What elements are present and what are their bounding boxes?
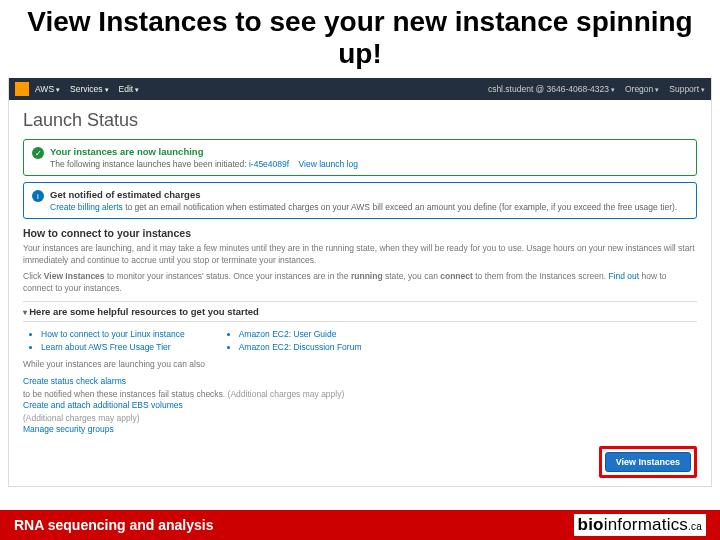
launch-status-heading: Launch Status [9,100,711,139]
footer-informatics: informatics [604,515,688,534]
status-alarms-link[interactable]: Create status check alarms [23,375,697,389]
l1b: to be notified when these instances fail… [23,389,228,399]
nav-edit[interactable]: Edit [119,84,140,94]
resource-link[interactable]: Amazon EC2: User Guide [239,328,362,341]
l2b: (Additional charges may apply) [23,413,140,423]
create-billing-alerts-link[interactable]: Create billing alerts [50,202,123,212]
nav-region[interactable]: Oregon [625,84,659,94]
info-text: to get an email notification when estima… [125,202,677,212]
l1c: (Additional charges may apply) [228,389,345,399]
nav-support[interactable]: Support [669,84,705,94]
footer-left: RNA sequencing and analysis [14,517,213,533]
view-launch-log-link[interactable]: View launch log [299,159,358,169]
resource-link[interactable]: How to connect to your Linux instance [41,328,185,341]
p2d: running [351,271,383,281]
resource-link[interactable]: Learn about AWS Free Usage Tier [41,341,185,354]
slide-title: View Instances to see your new instance … [0,0,720,74]
p2b: View Instances [44,271,105,281]
info-title: Get notified of estimated charges [50,189,688,200]
nav-account[interactable]: cshl.student @ 3646-4068-4323 [488,84,615,94]
nav-services[interactable]: Services [70,84,109,94]
p2f: connect [440,271,473,281]
p2a: Click [23,271,44,281]
info-icon: i [32,190,44,202]
connect-heading: How to connect to your instances [23,227,697,239]
highlight-box: View Instances [599,446,697,478]
security-groups-link[interactable]: Manage security groups [23,423,697,437]
p2c: to monitor your instances' status. Once … [105,271,351,281]
success-prefix: The following instance launches have bee… [50,159,249,169]
find-out-link[interactable]: Find out [608,271,639,281]
footer-right: bioinformatics.ca [574,514,706,536]
view-instances-button[interactable]: View Instances [605,452,691,472]
resources-disclosure[interactable]: Here are some helpful resources to get y… [23,301,697,322]
success-title: Your instances are now launching [50,146,688,157]
instance-id-link[interactable]: i-45e4089f [249,159,289,169]
while-launching-text: While your instances are launching you c… [23,359,697,371]
resource-link[interactable]: Amazon EC2: Discussion Forum [239,341,362,354]
slide-footer: RNA sequencing and analysis bioinformati… [0,510,720,540]
p2e: state, you can [383,271,441,281]
resources-columns: How to connect to your Linux instance Le… [27,328,697,354]
launch-success-alert: ✓ Your instances are now launching The f… [23,139,697,176]
p2g: to them from the Instances screen. [473,271,609,281]
ebs-link[interactable]: Create and attach additional EBS volumes [23,399,697,413]
aws-screenshot: AWS Services Edit cshl.student @ 3646-40… [8,78,712,487]
connect-p2: Click View Instances to monitor your ins… [23,271,697,295]
footer-bio: bio [578,515,604,534]
nav-aws[interactable]: AWS [35,84,60,94]
aws-logo-icon [15,82,29,96]
footer-ca: .ca [688,521,702,532]
connect-p1: Your instances are launching, and it may… [23,243,697,267]
check-icon: ✓ [32,147,44,159]
aws-navbar: AWS Services Edit cshl.student @ 3646-40… [9,78,711,100]
billing-info-alert: i Get notified of estimated charges Crea… [23,182,697,219]
